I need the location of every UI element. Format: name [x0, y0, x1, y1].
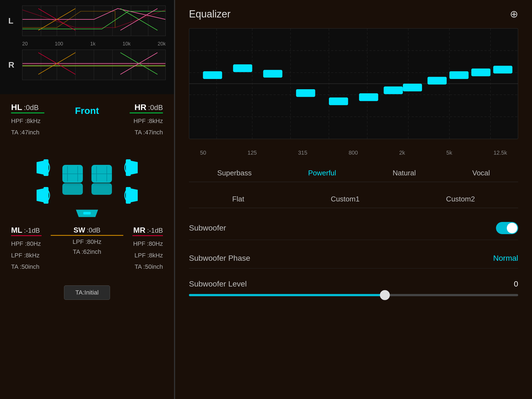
left-speakers	[37, 158, 52, 205]
ml-level: :-1dB	[24, 227, 40, 234]
mid-right-speaker-icon	[122, 186, 138, 205]
hl-underline	[11, 112, 44, 113]
top-speakers-row: HL :0dB HPF :8kHz TA :47inch Front HR :0…	[11, 103, 163, 137]
bottom-speakers-row: ML :-1dB HPF :80Hz LPF :8kHz TA :50inch …	[11, 226, 163, 272]
r-chart-canvas	[22, 50, 166, 80]
freq-labels-l: 20 100 1k 10k 20k	[8, 40, 166, 47]
subwoofer-phase-control: Subwoofer Phase Normal	[189, 248, 518, 268]
mr-ta: TA :50inch	[132, 262, 163, 272]
sw-underline	[51, 235, 123, 236]
hr-hpf: HPF :8kHz	[130, 116, 163, 126]
svg-rect-63	[384, 86, 403, 94]
svg-rect-61	[329, 98, 348, 105]
hl-level: :0dB	[24, 103, 39, 112]
eq-header: Equalizer ⊕	[189, 8, 518, 20]
l-chart-label: L	[8, 16, 19, 25]
ml-ta: TA :50inch	[11, 262, 42, 272]
mr-hpf: HPF :80Hz	[132, 239, 163, 249]
slider-fill	[189, 294, 387, 296]
subwoofer-phase-value[interactable]: Normal	[493, 254, 518, 263]
eq-freq-labels: 50 125 315 800 2k 5k 12.5k	[189, 147, 518, 156]
mr-name: MR	[133, 226, 145, 235]
svg-rect-57	[203, 71, 222, 79]
svg-marker-25	[37, 188, 44, 202]
svg-rect-60	[296, 89, 315, 97]
svg-rect-58	[233, 64, 252, 72]
svg-rect-67	[471, 68, 490, 76]
subwoofer-label: Subwoofer	[189, 224, 226, 232]
eq-chart[interactable]	[189, 28, 518, 139]
ml-lpf: LPF :8kHz	[11, 250, 42, 260]
slider-thumb[interactable]	[380, 290, 390, 300]
l-chart-container: L	[8, 6, 166, 36]
svg-marker-39	[131, 161, 138, 175]
svg-rect-43	[83, 212, 91, 214]
svg-rect-33	[91, 183, 112, 195]
svg-rect-64	[403, 84, 422, 91]
hl-name: HL	[11, 103, 22, 112]
sw-level: :0dB	[87, 226, 100, 234]
svg-marker-23	[37, 161, 44, 175]
preset-flat[interactable]: Flat	[227, 193, 250, 205]
r-chart-container: R	[8, 50, 166, 80]
sw-block: SW :0dB LPF :80Hz TA :62inch	[42, 226, 132, 272]
hr-ta: TA :47inch	[130, 127, 163, 137]
subwoofer-level-label: Subwoofer Level	[189, 280, 247, 288]
svg-rect-65	[428, 77, 447, 85]
r-chart-label: R	[8, 60, 19, 70]
preset-custom2[interactable]: Custom2	[441, 193, 480, 205]
preset-natural[interactable]: Natural	[387, 167, 421, 179]
speaker-visual	[11, 143, 163, 220]
left-seat-icon	[60, 165, 85, 198]
mr-block: MR :-1dB HPF :80Hz LPF :8kHz TA :50inch	[132, 226, 163, 272]
mr-level: :-1dB	[147, 227, 163, 234]
zoom-icon[interactable]: ⊕	[510, 8, 518, 20]
svg-rect-68	[493, 66, 512, 73]
subwoofer-level-value: 0	[514, 280, 518, 288]
preset-custom1[interactable]: Custom1	[325, 193, 365, 205]
svg-rect-66	[449, 71, 469, 79]
preset-vocal[interactable]: Vocal	[467, 167, 495, 179]
sw-lpf: LPF :80Hz	[42, 237, 132, 247]
front-right-speaker-icon	[122, 158, 138, 177]
sw-name: SW	[73, 226, 85, 234]
hl-ta: TA :47inch	[11, 127, 44, 137]
subwoofer-phase-label: Subwoofer Phase	[189, 254, 250, 263]
l-chart-canvas	[22, 6, 166, 36]
svg-marker-41	[131, 188, 138, 202]
subwoofer-control: Subwoofer	[189, 216, 518, 240]
eq-chart-svg	[189, 29, 518, 139]
mr-underline	[132, 235, 163, 236]
hr-level: :0dB	[148, 103, 163, 112]
ml-name: ML	[11, 226, 22, 235]
seat-container	[60, 165, 114, 198]
hr-block: HR :0dB HPF :8kHz TA :47inch	[130, 103, 163, 137]
subwoofer-level-control: Subwoofer Level 0	[189, 277, 518, 299]
charts-area: L	[0, 0, 174, 94]
subwoofer-visual	[76, 206, 98, 220]
ml-block: ML :-1dB HPF :80Hz LPF :8kHz TA :50inch	[11, 226, 42, 272]
right-panel: Equalizer ⊕	[175, 0, 532, 399]
mr-lpf: LPF :8kHz	[132, 250, 163, 260]
right-seat-icon	[89, 165, 114, 198]
preset-superbass[interactable]: Superbass	[212, 167, 257, 179]
left-panel: L	[0, 0, 175, 399]
hr-underline	[130, 112, 163, 113]
toggle-knob	[507, 223, 517, 233]
subwoofer-level-slider[interactable]	[189, 294, 518, 296]
mid-left-speaker-icon	[37, 186, 52, 205]
svg-rect-27	[62, 183, 83, 195]
preset-row-1: Superbass Powerful Natural Vocal	[189, 164, 518, 182]
right-speakers	[122, 158, 138, 205]
svg-rect-59	[263, 70, 282, 78]
speaker-info: HL :0dB HPF :8kHz TA :47inch Front HR :0…	[0, 94, 174, 399]
ta-initial-button[interactable]: TA:Initial	[64, 285, 110, 300]
front-left-speaker-icon	[37, 158, 52, 177]
eq-title: Equalizer	[189, 8, 231, 20]
hl-hpf: HPF :8kHz	[11, 116, 44, 126]
hr-name: HR	[134, 103, 146, 112]
subwoofer-toggle[interactable]	[496, 222, 518, 234]
subwoofer-icon	[76, 206, 98, 220]
front-label: Front	[75, 105, 99, 137]
preset-powerful[interactable]: Powerful	[303, 167, 342, 179]
